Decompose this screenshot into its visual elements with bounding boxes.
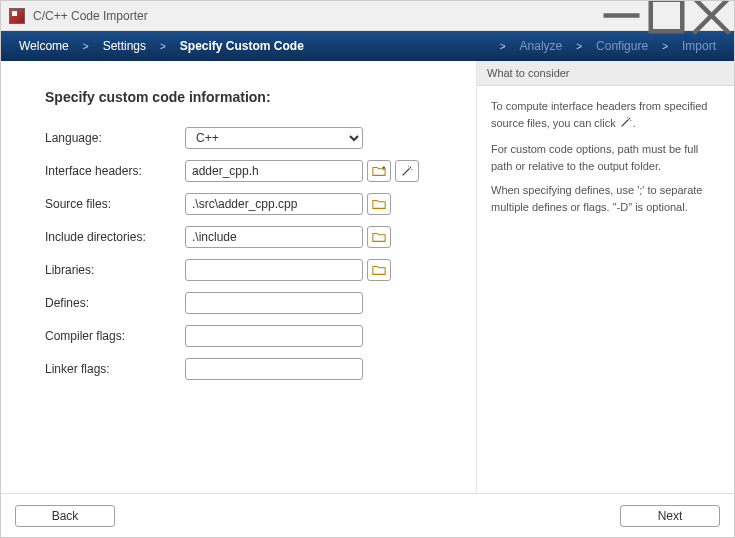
folder-icon [372, 263, 386, 277]
nav-step-configure: Configure [596, 39, 648, 53]
row-defines: Defines: [45, 292, 456, 314]
row-include-dirs: Include directories: [45, 226, 456, 248]
language-select[interactable]: C++ [185, 127, 363, 149]
include-dirs-input[interactable] [185, 226, 363, 248]
label-include-dirs: Include directories: [45, 230, 185, 244]
label-source-files: Source files: [45, 197, 185, 211]
row-libraries: Libraries: [45, 259, 456, 281]
linker-flags-input[interactable] [185, 358, 363, 380]
nav-step-specify[interactable]: Specify Custom Code [180, 39, 304, 53]
svg-point-9 [629, 117, 630, 118]
row-source-files: Source files: [45, 193, 456, 215]
nav-sep: > [160, 41, 166, 52]
label-compiler-flags: Compiler flags: [45, 329, 185, 343]
help-text-2: For custom code options, path must be fu… [491, 141, 720, 174]
nav-step-analyze: Analyze [520, 39, 563, 53]
nav-step-welcome[interactable]: Welcome [19, 39, 69, 53]
titlebar: C/C++ Code Importer [1, 1, 734, 31]
browse-interface-headers-button[interactable] [367, 160, 391, 182]
svg-line-4 [403, 168, 410, 175]
compiler-flags-input[interactable] [185, 325, 363, 347]
row-compiler-flags: Compiler flags: [45, 325, 456, 347]
body: Specify custom code information: Languag… [1, 61, 734, 493]
wand-icon [400, 164, 414, 178]
window-title: C/C++ Code Importer [33, 9, 599, 23]
nav-sep: > [500, 41, 506, 52]
svg-line-8 [621, 119, 628, 126]
next-button[interactable]: Next [620, 505, 720, 527]
label-linker-flags: Linker flags: [45, 362, 185, 376]
side-panel: What to consider To compute interface he… [476, 61, 734, 493]
row-interface-headers: Interface headers: [45, 160, 456, 182]
folder-icon [372, 164, 386, 178]
help-text-3: When specifying defines, use ';' to sepa… [491, 182, 720, 215]
app-icon [9, 8, 25, 24]
nav-step-import: Import [682, 39, 716, 53]
label-interface-headers: Interface headers: [45, 164, 185, 178]
svg-rect-1 [651, 0, 683, 31]
nav-sep: > [576, 41, 582, 52]
side-panel-body: To compute interface headers from specif… [477, 86, 734, 235]
label-language: Language: [45, 131, 185, 145]
page-title: Specify custom code information: [45, 89, 456, 105]
main-panel: Specify custom code information: Languag… [1, 61, 476, 493]
browse-source-files-button[interactable] [367, 193, 391, 215]
folder-icon [372, 230, 386, 244]
window-controls [599, 1, 734, 30]
close-button[interactable] [689, 1, 734, 30]
footer: Back Next [1, 493, 734, 537]
row-language: Language: C++ [45, 127, 456, 149]
row-linker-flags: Linker flags: [45, 358, 456, 380]
source-files-input[interactable] [185, 193, 363, 215]
defines-input[interactable] [185, 292, 363, 314]
side-panel-header: What to consider [477, 61, 734, 86]
minimize-button[interactable] [599, 1, 644, 30]
svg-point-11 [627, 116, 628, 117]
nav-sep: > [662, 41, 668, 52]
libraries-input[interactable] [185, 259, 363, 281]
help-text-1b: . [633, 117, 636, 129]
svg-point-6 [411, 169, 412, 170]
maximize-button[interactable] [644, 1, 689, 30]
nav-sep: > [83, 41, 89, 52]
folder-icon [372, 197, 386, 211]
nav-step-settings[interactable]: Settings [103, 39, 146, 53]
svg-point-5 [410, 167, 411, 168]
interface-headers-input[interactable] [185, 160, 363, 182]
browse-libraries-button[interactable] [367, 259, 391, 281]
label-libraries: Libraries: [45, 263, 185, 277]
back-button[interactable]: Back [15, 505, 115, 527]
label-defines: Defines: [45, 296, 185, 310]
browse-include-dirs-button[interactable] [367, 226, 391, 248]
auto-detect-headers-button[interactable] [395, 160, 419, 182]
svg-point-10 [630, 119, 631, 120]
help-text-1: To compute interface headers from specif… [491, 98, 720, 133]
help-text-1a: To compute interface headers from specif… [491, 100, 707, 129]
wand-icon [619, 115, 633, 134]
svg-point-7 [408, 166, 409, 167]
